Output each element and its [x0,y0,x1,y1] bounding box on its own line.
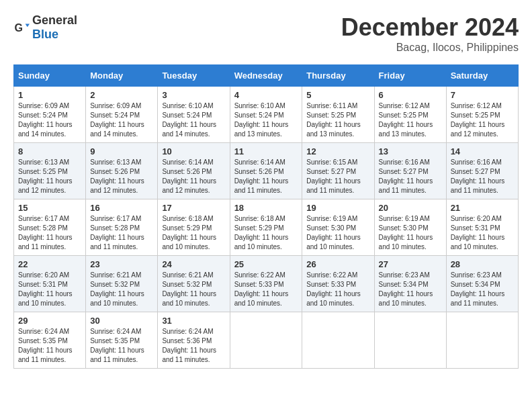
day-info: Sunrise: 6:24 AMSunset: 5:35 PMDaylight:… [18,327,81,365]
day-header-friday: Friday [374,65,446,87]
calendar-cell: 31Sunrise: 6:24 AMSunset: 5:36 PMDayligh… [158,312,230,369]
day-info: Sunrise: 6:18 AMSunset: 5:29 PMDaylight:… [234,214,298,252]
day-info: Sunrise: 6:20 AMSunset: 5:31 PMDaylight:… [18,271,81,308]
day-number: 29 [18,316,81,326]
day-info: Sunrise: 6:19 AMSunset: 5:30 PMDaylight:… [379,214,442,252]
svg-text:G: G [15,22,23,34]
day-info: Sunrise: 6:10 AMSunset: 5:24 PMDaylight:… [162,101,225,139]
location-subtitle: Bacag, Ilocos, Philippines [341,42,519,54]
day-number: 24 [162,259,225,269]
day-info: Sunrise: 6:17 AMSunset: 5:28 PMDaylight:… [90,214,153,252]
calendar-cell: 15Sunrise: 6:17 AMSunset: 5:28 PMDayligh… [14,199,86,256]
day-number: 11 [234,146,298,156]
day-header-thursday: Thursday [302,65,374,87]
day-number: 13 [379,146,442,156]
day-info: Sunrise: 6:13 AMSunset: 5:25 PMDaylight:… [18,158,81,195]
calendar-cell: 13Sunrise: 6:16 AMSunset: 5:27 PMDayligh… [374,143,446,199]
calendar-cell: 10Sunrise: 6:14 AMSunset: 5:26 PMDayligh… [158,143,230,199]
day-number: 19 [306,203,369,213]
calendar-cell: 23Sunrise: 6:21 AMSunset: 5:32 PMDayligh… [86,256,158,312]
day-number: 26 [306,259,369,269]
day-number: 18 [234,203,298,213]
calendar-cell: 25Sunrise: 6:22 AMSunset: 5:33 PMDayligh… [230,256,302,312]
day-number: 3 [162,90,225,100]
day-number: 27 [379,259,442,269]
calendar-cell: 3Sunrise: 6:10 AMSunset: 5:24 PMDaylight… [158,87,230,143]
day-info: Sunrise: 6:21 AMSunset: 5:32 PMDaylight:… [162,271,225,308]
day-info: Sunrise: 6:12 AMSunset: 5:25 PMDaylight:… [379,101,442,139]
day-number: 25 [234,259,298,269]
day-number: 8 [18,146,81,156]
calendar-cell: 21Sunrise: 6:20 AMSunset: 5:31 PMDayligh… [446,199,518,256]
calendar-header-row: SundayMondayTuesdayWednesdayThursdayFrid… [14,65,519,87]
calendar-cell: 8Sunrise: 6:13 AMSunset: 5:25 PMDaylight… [14,143,86,199]
calendar-week-row: 15Sunrise: 6:17 AMSunset: 5:28 PMDayligh… [14,199,519,256]
day-number: 12 [306,146,369,156]
calendar-week-row: 8Sunrise: 6:13 AMSunset: 5:25 PMDaylight… [14,143,519,199]
day-number: 14 [451,146,514,156]
logo-blue: Blue [32,28,58,41]
day-info: Sunrise: 6:14 AMSunset: 5:26 PMDaylight:… [234,158,298,195]
calendar-cell [446,312,518,369]
day-info: Sunrise: 6:24 AMSunset: 5:36 PMDaylight:… [162,327,225,365]
logo-icon: G [13,19,30,36]
day-info: Sunrise: 6:09 AMSunset: 5:24 PMDaylight:… [90,101,153,139]
calendar-cell: 28Sunrise: 6:23 AMSunset: 5:34 PMDayligh… [446,256,518,312]
day-info: Sunrise: 6:16 AMSunset: 5:27 PMDaylight:… [379,158,442,195]
day-info: Sunrise: 6:22 AMSunset: 5:33 PMDaylight:… [306,271,369,308]
day-number: 31 [162,316,225,326]
day-number: 4 [234,90,298,100]
calendar-cell: 5Sunrise: 6:11 AMSunset: 5:25 PMDaylight… [302,87,374,143]
calendar-cell: 12Sunrise: 6:15 AMSunset: 5:27 PMDayligh… [302,143,374,199]
day-header-saturday: Saturday [446,65,518,87]
day-header-monday: Monday [86,65,158,87]
day-header-sunday: Sunday [14,65,86,87]
day-info: Sunrise: 6:13 AMSunset: 5:26 PMDaylight:… [90,158,153,195]
calendar-cell: 24Sunrise: 6:21 AMSunset: 5:32 PMDayligh… [158,256,230,312]
calendar-cell: 22Sunrise: 6:20 AMSunset: 5:31 PMDayligh… [14,256,86,312]
day-number: 20 [379,203,442,213]
calendar-cell: 9Sunrise: 6:13 AMSunset: 5:26 PMDaylight… [86,143,158,199]
calendar-cell [302,312,374,369]
calendar-cell: 30Sunrise: 6:24 AMSunset: 5:35 PMDayligh… [86,312,158,369]
day-number: 5 [306,90,369,100]
calendar-cell: 27Sunrise: 6:23 AMSunset: 5:34 PMDayligh… [374,256,446,312]
calendar-cell: 4Sunrise: 6:10 AMSunset: 5:24 PMDaylight… [230,87,302,143]
title-area: December 2024 Bacag, Ilocos, Philippines [341,13,519,54]
day-number: 22 [18,259,81,269]
day-info: Sunrise: 6:15 AMSunset: 5:27 PMDaylight:… [306,158,369,195]
day-number: 30 [90,316,153,326]
day-number: 21 [451,203,514,213]
svg-marker-1 [26,24,30,27]
day-info: Sunrise: 6:23 AMSunset: 5:34 PMDaylight:… [379,271,442,308]
calendar-week-row: 29Sunrise: 6:24 AMSunset: 5:35 PMDayligh… [14,312,519,369]
day-info: Sunrise: 6:09 AMSunset: 5:24 PMDaylight:… [18,101,81,139]
day-header-tuesday: Tuesday [158,65,230,87]
day-number: 1 [18,90,81,100]
calendar-cell: 19Sunrise: 6:19 AMSunset: 5:30 PMDayligh… [302,199,374,256]
calendar-cell: 29Sunrise: 6:24 AMSunset: 5:35 PMDayligh… [14,312,86,369]
day-info: Sunrise: 6:22 AMSunset: 5:33 PMDaylight:… [234,271,298,308]
calendar-cell: 16Sunrise: 6:17 AMSunset: 5:28 PMDayligh… [86,199,158,256]
page-header: G General Blue December 2024 Bacag, Iloc… [13,13,519,54]
calendar-cell: 26Sunrise: 6:22 AMSunset: 5:33 PMDayligh… [302,256,374,312]
day-info: Sunrise: 6:24 AMSunset: 5:35 PMDaylight:… [90,327,153,365]
calendar-cell: 1Sunrise: 6:09 AMSunset: 5:24 PMDaylight… [14,87,86,143]
month-title: December 2024 [341,13,519,42]
calendar-week-row: 22Sunrise: 6:20 AMSunset: 5:31 PMDayligh… [14,256,519,312]
day-number: 28 [451,259,514,269]
day-info: Sunrise: 6:19 AMSunset: 5:30 PMDaylight:… [306,214,369,252]
day-number: 16 [90,203,153,213]
calendar-cell: 6Sunrise: 6:12 AMSunset: 5:25 PMDaylight… [374,87,446,143]
calendar-cell: 11Sunrise: 6:14 AMSunset: 5:26 PMDayligh… [230,143,302,199]
calendar-table: SundayMondayTuesdayWednesdayThursdayFrid… [13,64,519,369]
day-info: Sunrise: 6:16 AMSunset: 5:27 PMDaylight:… [451,158,514,195]
day-info: Sunrise: 6:20 AMSunset: 5:31 PMDaylight:… [451,214,514,252]
day-info: Sunrise: 6:17 AMSunset: 5:28 PMDaylight:… [18,214,81,252]
calendar-cell: 14Sunrise: 6:16 AMSunset: 5:27 PMDayligh… [446,143,518,199]
calendar-cell: 2Sunrise: 6:09 AMSunset: 5:24 PMDaylight… [86,87,158,143]
logo-general: General [32,13,77,27]
day-number: 10 [162,146,225,156]
day-info: Sunrise: 6:12 AMSunset: 5:25 PMDaylight:… [451,101,514,139]
calendar-week-row: 1Sunrise: 6:09 AMSunset: 5:24 PMDaylight… [14,87,519,143]
